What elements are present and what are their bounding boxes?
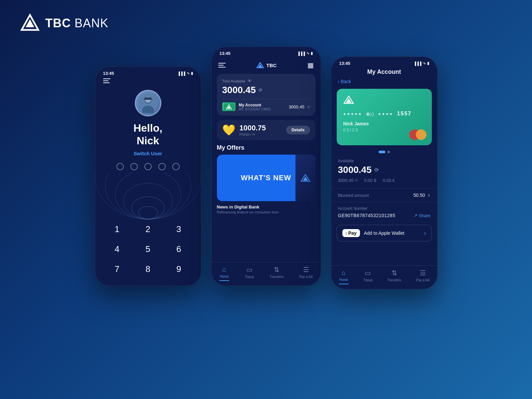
nav-transfers[interactable]: ⇅ Transfers	[269, 266, 283, 281]
eye-icon[interactable]: 👁	[248, 78, 252, 83]
apple-pay-row[interactable]:  Pay Add to Apple Wallet ›	[337, 225, 432, 241]
blocked-label: Blocked amount	[338, 193, 369, 198]
middle-status-bar: 13:45 ▐▐▐ ∿ ▮	[212, 47, 321, 59]
balance-gel: 3000.45 ⟳	[338, 178, 358, 183]
num-4[interactable]: 4	[102, 239, 133, 259]
pagination-dots	[331, 151, 437, 153]
greeting: Hello, Nick	[95, 122, 201, 147]
left-menu[interactable]	[95, 78, 201, 86]
avatar	[135, 90, 161, 116]
account-number-row: GE90TB67874532101285 ↗ Share	[338, 213, 431, 218]
transfer-icon: ⇅	[274, 266, 279, 274]
right-nav-topup[interactable]: ▭ Topup	[363, 269, 372, 284]
tbc-logo-offer	[300, 174, 310, 182]
nav-pay-bill[interactable]: ☰ Pay a bill	[299, 266, 313, 281]
right-nav-home[interactable]: ⌂ Home	[339, 269, 349, 284]
home-icon: ⌂	[222, 266, 226, 273]
num-9[interactable]: 9	[163, 259, 194, 279]
num-7[interactable]: 7	[102, 259, 133, 279]
delete-btn[interactable]: Delete	[163, 279, 194, 286]
back-button[interactable]: ‹ Back	[331, 77, 437, 85]
account-info: My Account MC STUDENT CARD	[239, 103, 271, 111]
num-1[interactable]: 1	[102, 219, 133, 239]
nav-home[interactable]: ⌂ Home	[219, 266, 229, 281]
pin-dot-2	[130, 163, 138, 170]
credit-card: ●●●●● ◉)) ●●●● 1557 Nick James 0 3 / 2 3	[337, 89, 432, 145]
tbc-logo	[20, 13, 40, 33]
signal-icon3: ▐▐▐	[414, 62, 421, 66]
points-info: 1000.75 Points / ⟳	[240, 124, 266, 136]
num-8[interactable]: 8	[132, 259, 163, 279]
card-holder-name: Nick James	[343, 121, 425, 126]
blocked-value: 50.50 ∨	[413, 193, 430, 198]
right-nav-pay-bill[interactable]: ☰ Pay a bill	[416, 269, 430, 284]
hamburger-icon[interactable]	[103, 78, 193, 83]
num-6[interactable]: 6	[163, 239, 194, 259]
sync-icon: ⟳	[259, 87, 263, 93]
blocked-row: Blocked amount 50.50 ∨	[331, 188, 437, 202]
chevron-down-icon[interactable]: ∨	[427, 193, 431, 198]
wifi-icon3: ∿	[423, 61, 426, 66]
left-status-icons: ▐▐▐ ∿ ▮	[177, 71, 193, 75]
num-0[interactable]: 0	[132, 279, 163, 286]
available-balance: 3000.45 ⟳	[338, 165, 431, 175]
hamburger-icon2[interactable]	[218, 63, 226, 67]
middle-time: 13:45	[220, 51, 231, 56]
bill-icon: ☰	[303, 266, 309, 274]
share-icon: ↗	[414, 213, 418, 218]
topup-icon2: ▭	[365, 269, 371, 277]
right-nav-transfers[interactable]: ⇅ Transfers	[387, 269, 401, 284]
wifi-icon2: ∿	[306, 51, 309, 56]
nav-topup[interactable]: ▭ Topup	[245, 266, 254, 281]
account-number-value: GE90TB67874532101285	[338, 213, 396, 218]
right-time: 13:45	[339, 61, 350, 66]
brand-name: TBC BANK	[45, 16, 108, 30]
chevron-left-icon: ‹	[338, 79, 340, 84]
points-left: 💛 1000.75 Points / ⟳	[222, 124, 266, 136]
sync-icon4: ⟳	[374, 167, 379, 173]
details-button[interactable]: Details	[286, 126, 310, 134]
numpad: 1 2 3 4 5 6 7 8 9 Forgot? 0 Delete	[102, 219, 194, 286]
available-label: Available	[338, 159, 431, 163]
sync-icon2: ⟳	[307, 105, 310, 109]
account-phone: 13:45 ▐▐▐ ∿ ▮ My Account ‹ Back ●●●●● ◉)…	[331, 57, 438, 289]
balance-section: Available 3000.45 ⟳ 3000.45 ⟳ 0.00 $ 0.0…	[331, 159, 437, 183]
transfer-icon2: ⇅	[392, 269, 397, 277]
account-number-label: Account Number	[338, 206, 431, 211]
account-amount: 3000.45 ⟳	[289, 104, 310, 109]
num-5[interactable]: 5	[132, 239, 163, 259]
switch-user-btn[interactable]: Switch User	[95, 151, 201, 156]
tbc-logo-middle	[257, 62, 264, 68]
offers-card[interactable]: WHAT'S NEW	[217, 155, 315, 201]
main-balance: 3000.45 ⟳	[222, 85, 310, 95]
topup-icon: ▭	[246, 266, 253, 274]
right-status-bar: 13:45 ▐▐▐ ∿ ▮	[331, 57, 437, 68]
forgot-btn[interactable]: Forgot?	[102, 279, 133, 286]
wifi-icon: ∿	[187, 71, 190, 75]
dashboard-phone: 13:45 ▐▐▐ ∿ ▮ TBC ▦	[211, 47, 321, 286]
middle-status-icons: ▐▐▐ ∿ ▮	[297, 51, 312, 56]
tbc-label: TBC	[266, 63, 277, 68]
fingerprint-area	[95, 173, 201, 219]
qr-icon[interactable]: ▦	[307, 61, 314, 69]
home-icon2: ⌂	[342, 269, 346, 277]
chevron-right-icon: ›	[424, 230, 426, 237]
balance-usd: 0.00 $	[364, 178, 376, 183]
share-button[interactable]: ↗ Share	[414, 213, 431, 218]
mastercard-logo	[409, 129, 427, 140]
pin-dots	[95, 163, 201, 170]
card-number: ●●●●● ◉)) ●●●● 1557	[343, 110, 425, 117]
right-status-icons: ▐▐▐ ∿ ▮	[414, 61, 429, 66]
account-row: My Account MC STUDENT CARD 3000.45 ⟳	[222, 102, 310, 111]
card-mini-logo	[224, 103, 234, 110]
num-2[interactable]: 2	[132, 219, 163, 239]
bill-icon2: ☰	[420, 269, 426, 277]
svg-rect-7	[144, 99, 152, 100]
card-mini-image	[222, 102, 236, 111]
points-label: Points / ⟳	[240, 132, 266, 136]
left-time: 13:45	[103, 71, 114, 76]
nav-underline2	[339, 284, 349, 284]
num-3[interactable]: 3	[163, 219, 194, 239]
balance-card: Total Available 👁 3000.45 ⟳	[217, 74, 315, 116]
person-image	[138, 93, 158, 113]
